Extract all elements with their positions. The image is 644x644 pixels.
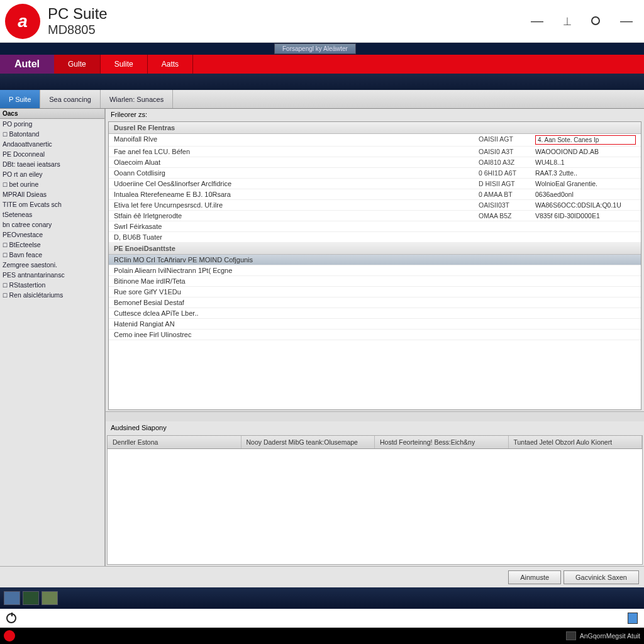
content-header: Frileorer zs:	[106, 109, 644, 120]
tray-text: AnGqornMegsit Atuit	[580, 632, 640, 640]
taskbar-primary	[0, 587, 644, 609]
column-header[interactable]: Tuntaed Jetel Obzorl Aulo Kionert	[509, 436, 643, 448]
list-item[interactable]: Hatenid Rangiat AN	[109, 319, 641, 330]
bottom-header: Audsined Siapony	[106, 421, 644, 434]
sidebar-item[interactable]: Bavn feace	[0, 250, 104, 260]
column-header[interactable]: Hostd Feorteinng! Bess:Eich&ny	[375, 436, 509, 448]
dark-strip: Forsapengl ky Aleäwter	[0, 43, 644, 55]
sidebar-item[interactable]: PES antnantarinansc	[0, 270, 104, 280]
button-ainmuste[interactable]: Ainmuste	[508, 570, 561, 584]
subtab-coancing[interactable]: Sea coancing	[40, 90, 101, 108]
list-item[interactable]: Stfain éê IrletgnerodteOMAA B5ZV835f 6ID…	[109, 211, 641, 221]
sidebar-item[interactable]: TITE om Evcats sch	[0, 199, 104, 209]
group-header-2: PE EnoeiDsanttste	[109, 243, 641, 255]
sidebar-item[interactable]: BtEcteelse	[0, 240, 104, 250]
list-item[interactable]: Polain Aliearn IvilNiectrann 1Pt( Ecgne	[109, 265, 641, 276]
sidebar-header: Oacs	[0, 109, 104, 119]
list-item[interactable]: Bemonef Besial Destaf	[109, 297, 641, 308]
sidebar-item[interactable]: tSeteneas	[0, 209, 104, 219]
sidebar-item[interactable]: bn catree conary	[0, 219, 104, 230]
taskbar-bottom: AnGqornMegsit Atuit	[0, 628, 644, 644]
subtab-sunaces[interactable]: Wiarlen: Sunaces	[101, 90, 173, 108]
list-item[interactable]: Olaecoim AluatOAI810 A3ZWU4L8..1	[109, 157, 641, 168]
taskbar-app-icon[interactable]	[23, 591, 39, 605]
list-item[interactable]: Intualea Rterefeneame E BJ. 10Rsara0 AMA…	[109, 189, 641, 200]
sidebar-item[interactable]: RStastertion	[0, 280, 104, 290]
sidebar-item[interactable]: Ren alsiclétariums	[0, 290, 104, 300]
list-item[interactable]: SwrI Féirkasate	[109, 221, 641, 232]
list-item[interactable]: Etiva let fere Uncurnpesrscd. Uf.ilreOAI…	[109, 200, 641, 211]
tray-icon[interactable]	[628, 613, 638, 624]
sidebar-item[interactable]: DBt: taeaei ieatsars	[0, 159, 104, 169]
list-area[interactable]: Dusrel Re Flentras Manoifall RlveOAISII …	[108, 121, 641, 410]
sidebar-item[interactable]: bet ourine	[0, 179, 104, 189]
restore-icon[interactable]	[591, 14, 600, 28]
group-header-1: Dusrel Re Flentras	[109, 122, 641, 134]
column-header[interactable]: Nooy Daderst MibG teank:Olusemape	[242, 436, 375, 448]
list-item[interactable]: D, BU6B Tuater	[109, 232, 641, 243]
bottom-section: Audsined Siapony Denrller EstonaNooy Dad…	[106, 421, 644, 566]
app-title: PC Suite	[48, 5, 108, 23]
primary-tab-bar: Autel Gulte Sulite Aatts	[0, 55, 644, 74]
content-panel: Frileorer zs: Dusrel Re Flentras Manoifa…	[106, 109, 644, 566]
sidebar-item[interactable]: PE Doconneal	[0, 149, 104, 159]
app-subtitle: MD8805	[48, 23, 108, 37]
embedded-button[interactable]: Forsapengl ky Aleäwter	[274, 43, 356, 54]
sidebar-item[interactable]: PEOvnestace	[0, 230, 104, 240]
subtab-psuite[interactable]: P Suite	[0, 90, 40, 108]
brand-badge: Autel	[0, 55, 54, 74]
sidebar-item[interactable]: MPRAll Dsieas	[0, 189, 104, 199]
list-item[interactable]: Manoifall RlveOAISII AGT4. Aan Sote. Can…	[109, 134, 641, 147]
titlebar: a PC Suite MD8805 — ⟂ —	[0, 0, 644, 43]
list-item[interactable]: Cuttesce dclea APiTe Lber..	[109, 308, 641, 319]
column-header[interactable]: Denrller Estona	[108, 436, 242, 448]
sidebar: Oacs PO poringBatontandAndaoattvanerticP…	[0, 109, 106, 566]
sidebar-item[interactable]: Andaoattvanertic	[0, 139, 104, 149]
taskbar-app-icon[interactable]	[4, 591, 20, 605]
sidebar-item[interactable]: PO poring	[0, 119, 104, 129]
taskbar-secondary	[0, 609, 644, 628]
button-gacvinick[interactable]: Gacvinick Saxen	[564, 570, 639, 584]
minimize-icon[interactable]: —	[531, 14, 543, 28]
list-item[interactable]: Bitinone Mae irdlR/Teta	[109, 276, 641, 287]
list-item[interactable]: Ooann Cotdlisirg0 6HI1D A6TRAAT.3 2utte.…	[109, 168, 641, 179]
sub-tab-bar: P Suite Sea coancing Wiarlen: Sunaces	[0, 90, 644, 109]
horizontal-scrollbar[interactable]	[106, 411, 644, 421]
tool-icon[interactable]: ⟂	[564, 14, 571, 28]
bottom-grid: Denrller EstonaNooy Daderst MibG teank:O…	[107, 435, 643, 565]
tab-gulte[interactable]: Gulte	[54, 55, 101, 74]
list-item[interactable]: RCIin MO CrI TcAñriarv PE MOIND Cofjguni…	[109, 255, 641, 265]
sidebar-item[interactable]: PO rt an eiley	[0, 169, 104, 179]
taskbar-app-icon[interactable]	[42, 591, 58, 605]
list-item[interactable]: Cemo inee Firl Ulinostrec	[109, 330, 641, 340]
footer-buttons: Ainmuste Gacvinick Saxen	[0, 566, 644, 587]
tray-badge-icon[interactable]	[566, 631, 576, 640]
main-area: Oacs PO poringBatontandAndaoattvanerticP…	[0, 109, 644, 566]
list-item[interactable]: Fae anel fea LCU. BéfenOAISI0 A3TWAOOOIO…	[109, 147, 641, 157]
start-icon[interactable]	[4, 630, 15, 641]
sidebar-item[interactable]: Zemgree saestoni.	[0, 260, 104, 270]
blue-strip	[0, 74, 644, 90]
power-icon[interactable]	[6, 613, 16, 623]
app-logo: a	[5, 4, 40, 39]
sidebar-item[interactable]: Batontand	[0, 129, 104, 139]
tab-aatts[interactable]: Aatts	[148, 55, 193, 74]
tab-sulite[interactable]: Sulite	[101, 55, 148, 74]
menu-icon[interactable]: —	[620, 14, 631, 28]
list-item[interactable]: Udoeriine Cel Oes&linorfser ArclfidriceD…	[109, 179, 641, 189]
list-item[interactable]: Rue sore GifY V1EDu	[109, 287, 641, 297]
